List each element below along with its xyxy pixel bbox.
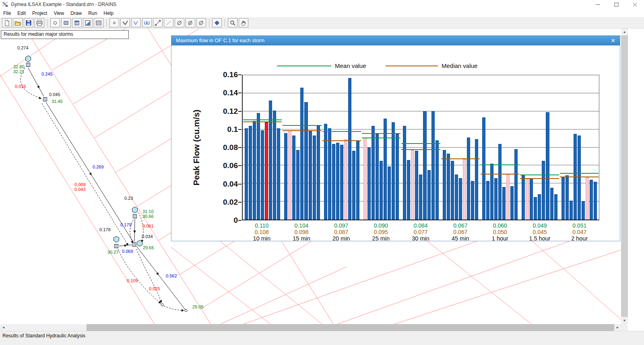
pipe-tool-button[interactable] xyxy=(120,18,130,27)
grid-tool-button[interactable] xyxy=(94,18,103,27)
menu-view[interactable]: View xyxy=(50,9,67,17)
double-channel-tool-button[interactable] xyxy=(142,18,152,27)
group-median-line xyxy=(441,158,480,159)
scroll-left-button[interactable]: ◄ xyxy=(0,324,7,331)
pan-tool-button[interactable] xyxy=(239,18,248,27)
survey-line-tool-button[interactable] xyxy=(153,18,163,27)
pit-node[interactable] xyxy=(115,244,118,248)
storm-bar xyxy=(253,121,256,220)
maximize-button[interactable] xyxy=(607,0,625,9)
diameter-tool-3-button[interactable] xyxy=(196,18,206,27)
horizontal-scroll-thumb[interactable] xyxy=(87,324,614,331)
zoom-tool-button[interactable] xyxy=(228,18,237,27)
new-button[interactable] xyxy=(2,18,12,27)
storm-bar xyxy=(578,136,581,220)
storm-bar xyxy=(534,197,537,220)
y-tick-mark xyxy=(238,220,242,221)
storm-bar xyxy=(340,145,343,220)
storm-bar xyxy=(328,128,331,220)
scroll-right-button[interactable]: ► xyxy=(614,324,621,331)
close-button[interactable] xyxy=(625,0,644,9)
storm-bar xyxy=(407,160,410,220)
x-axis-group-label: 0.0600.0501 hour xyxy=(480,222,520,242)
pit-tool-button[interactable] xyxy=(61,18,71,27)
cadastral-line xyxy=(200,233,325,310)
catchment-hexagon-node[interactable] xyxy=(26,56,31,62)
diameter-tool-2-button[interactable] xyxy=(186,18,195,27)
pit-node[interactable] xyxy=(132,243,136,246)
save-floppy-icon xyxy=(25,20,32,26)
titlebar: Gymea ILSAX Example - Standard.drn - DRA… xyxy=(0,0,644,9)
vertical-scrollbar[interactable]: ▲ ▼ xyxy=(621,29,628,324)
y-tick-label: 0.12 xyxy=(213,107,238,116)
pit-node[interactable] xyxy=(27,63,30,67)
storm-bar xyxy=(396,134,399,220)
diameter-tool-1-button[interactable] xyxy=(175,18,184,27)
pipe-link[interactable] xyxy=(134,219,135,242)
minimize-button[interactable] xyxy=(588,0,607,9)
diagram-label-blue: 0.562 xyxy=(166,273,177,278)
catchment-hexagon-node[interactable] xyxy=(137,240,142,246)
storm-bar xyxy=(380,161,383,220)
storm-bar xyxy=(582,201,585,220)
storm-bar-median xyxy=(586,177,589,220)
node-tool-button[interactable] xyxy=(50,18,60,27)
save-button[interactable] xyxy=(24,18,33,27)
overflow-route[interactable] xyxy=(136,249,161,302)
menu-run[interactable]: Run xyxy=(85,9,100,17)
x-axis-group-label: 0.0900.09525 min xyxy=(361,222,401,242)
vertical-scroll-thumb[interactable] xyxy=(621,35,628,317)
pipe-link[interactable] xyxy=(119,245,131,246)
storm-bar xyxy=(332,144,335,220)
chart-body: Mean value Median value Peak Flow (cu.m/… xyxy=(171,45,620,241)
toolbar-separator xyxy=(209,19,209,27)
offset-line-tool-button[interactable] xyxy=(164,18,173,27)
basin-tool-button[interactable] xyxy=(83,18,93,27)
menu-edit[interactable]: Edit xyxy=(14,9,29,17)
cadastral-line xyxy=(427,240,531,324)
menu-help[interactable]: Help xyxy=(100,9,117,17)
chart-close-button[interactable]: ✕ xyxy=(611,38,615,43)
drawing-canvas[interactable]: 0.2740.0450.230.1780.0340.2450.2690.1790… xyxy=(0,29,644,324)
menu-draw[interactable]: Draw xyxy=(67,9,85,17)
storm-bar xyxy=(309,131,312,220)
catchment-hexagon-node[interactable] xyxy=(114,236,119,242)
x-axis-group-label: 0.0840.07730 min xyxy=(401,222,441,242)
storm-bar-median xyxy=(463,159,466,220)
kerb-pit-tool-button[interactable] xyxy=(72,18,82,27)
menu-file[interactable]: File xyxy=(0,9,14,17)
diagram-label-blue: 0.269 xyxy=(93,164,104,169)
x-axis-group-label: 0.0490.0451.5 hour xyxy=(520,222,560,242)
outlet-node[interactable] xyxy=(161,304,163,306)
group-median-line xyxy=(401,149,440,150)
overflow-route[interactable] xyxy=(42,103,128,245)
pit-node[interactable] xyxy=(43,98,47,101)
mean-legend-label: Mean value xyxy=(335,62,366,69)
overflow-route[interactable] xyxy=(164,306,184,310)
catchment-hexagon-node[interactable] xyxy=(132,207,138,213)
storm-bar xyxy=(542,161,545,220)
overflow-route[interactable] xyxy=(118,249,161,303)
new-file-icon xyxy=(4,20,10,26)
storm-bar xyxy=(502,187,506,220)
scroll-up-button[interactable]: ▲ xyxy=(621,29,628,35)
y-tick-label: 0.04 xyxy=(213,180,238,189)
horizontal-scrollbar[interactable]: ◄ ► xyxy=(0,324,621,331)
channel-tool-button[interactable] xyxy=(131,18,141,27)
chart-window-titlebar[interactable]: Maximum flow in OF C.1 for each storm ✕ xyxy=(171,36,620,45)
print-button[interactable] xyxy=(35,18,44,27)
survey-line-icon xyxy=(155,20,161,26)
pipe-link[interactable] xyxy=(46,102,133,242)
group-median-line xyxy=(520,178,559,179)
scroll-down-button[interactable]: ▼ xyxy=(621,317,628,324)
run-view-button[interactable] xyxy=(212,18,222,27)
menu-project[interactable]: Project xyxy=(29,9,50,17)
x-axis-group-label: 0.1040.09815 min xyxy=(282,222,322,242)
diagram-label-green: 32.21 xyxy=(13,69,25,74)
small-node-tool-button[interactable] xyxy=(109,18,119,27)
x-axis-group-label: 0.0970.08720 min xyxy=(321,222,361,242)
outlet-node[interactable] xyxy=(185,309,187,312)
pit-node[interactable] xyxy=(133,215,137,218)
open-button[interactable] xyxy=(13,18,23,27)
pipe-link[interactable] xyxy=(136,246,185,310)
